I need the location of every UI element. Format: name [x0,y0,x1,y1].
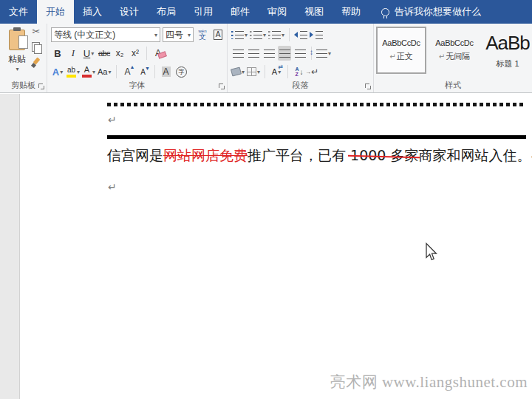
watermark: 亮术网 www.liangshunet.com [330,372,528,392]
copy-icon[interactable] [32,42,41,52]
borders-icon [247,67,256,76]
borders-button[interactable]: ▾ [247,64,260,79]
grow-font-button[interactable]: A [121,64,134,79]
dropdown-icon: ▾ [77,69,80,75]
show-marks-button[interactable]: ↵ [308,64,321,79]
style-normal[interactable]: AaBbCcDc ↵正文 [376,27,426,74]
underline-button[interactable]: U ▾ [82,46,95,61]
tab-review[interactable]: 审阅 [259,0,296,24]
text-normal: 推广平台，已有 [248,147,350,163]
dropdown-icon: ▾ [282,32,284,38]
ribbon: 粘贴 ▾ ✂ 剪贴板 等线 (中文正文) ▾ 四号 ▾ wén 文 [0,24,532,93]
character-shading-button[interactable]: A [160,64,173,79]
dropdown-icon: ▾ [92,69,95,75]
line-spacing-icon [316,50,327,58]
paragraph-mark: ↵ [108,181,117,193]
numbering-icon [250,31,262,39]
text-red-strikethrough: 网站网店免费 [163,147,248,163]
justify-icon [279,50,290,58]
dropdown-icon: ▾ [263,32,266,38]
highlight-icon: ab [66,66,76,78]
text-highlight-button[interactable]: ab ▾ [66,64,80,79]
pilcrow-icon: ↵ [389,52,395,61]
font-dialog-launcher[interactable] [219,83,225,90]
styles-group-label: 样式 [374,80,532,92]
numbering-button[interactable]: ▾ [250,27,266,42]
paste-label: 粘贴 [8,53,26,66]
dropdown-icon: ▾ [16,66,18,72]
font-color-button[interactable]: A ▾ [82,64,95,79]
bullets-button[interactable]: ▾ [231,27,248,42]
cut-icon[interactable]: ✂ [33,27,41,37]
phonetic-guide-button[interactable]: wén 文 [196,27,209,42]
bold-button[interactable]: B [51,46,64,61]
tab-design[interactable]: 设计 [111,0,148,24]
font-size-combo[interactable]: 四号 ▾ [163,27,194,42]
distribute-button[interactable] [293,46,307,61]
multilevel-list-button[interactable]: ▾ [268,27,284,42]
pilcrow-icon: ↵ [439,52,445,61]
shading-button[interactable]: ▾ [231,64,245,79]
align-center-button[interactable] [247,46,260,61]
document-area[interactable]: ↵ 信宫网是网站网店免费推广平台，已有 1000 多家商家和网站入住。↵ ↵ 亮… [0,94,532,399]
bullets-icon [231,31,244,39]
sort-icon: A Z [296,66,299,77]
format-painter-icon[interactable] [31,58,41,68]
line-spacing-button[interactable]: ▾ [316,46,331,61]
tab-file[interactable]: 文件 [0,0,37,24]
align-left-button[interactable] [231,46,245,61]
change-case-button[interactable]: Aa ▾ [98,64,111,79]
sort-button[interactable]: A Z ↓ [293,64,306,79]
character-border-button[interactable]: A [211,27,225,42]
align-center-icon [248,50,259,58]
tab-insert[interactable]: 插入 [74,0,111,24]
justify-button[interactable] [278,46,291,61]
mouse-cursor [423,242,437,265]
dropdown-icon: ▾ [91,50,94,57]
tab-home[interactable]: 开始 [37,0,74,24]
tab-view[interactable]: 视图 [296,0,332,24]
dropdown-icon: ▾ [154,32,157,38]
tab-references[interactable]: 引用 [185,0,222,24]
italic-button[interactable]: I [66,46,80,61]
clipboard-dialog-launcher[interactable] [38,83,45,90]
font-name-combo[interactable]: 等线 (中文正文) ▾ [51,27,160,42]
style-no-spacing[interactable]: AaBbCcDc ↵无间隔 [429,27,480,74]
clear-formatting-button[interactable]: A [151,46,165,61]
asian-layout-button[interactable]: A ▾ [270,64,283,79]
phonetic-guide-icon: wén 文 [198,29,206,41]
strikethrough-button[interactable]: abc [98,46,111,61]
tell-me-label: 告诉我你想要做什么 [395,5,481,18]
paragraph-group: ▾ ▾ ▾ ▾ [228,24,374,92]
decrease-indent-button[interactable] [294,27,307,42]
paragraph-dialog-launcher[interactable] [365,83,372,90]
subscript-button[interactable]: x₂ [113,46,126,61]
shrink-font-button[interactable]: A [137,64,150,79]
text-redline-strikethrough: 1000 多家 [350,147,418,163]
text-effects-button[interactable]: A ▾ [51,64,64,79]
superscript-button[interactable]: x² [129,46,142,61]
enclose-characters-button[interactable]: 字 [175,64,188,79]
dropdown-icon: ▾ [257,69,260,75]
dropdown-icon: ▾ [242,69,245,75]
distribute-icon [295,50,306,58]
decrease-indent-icon [294,31,307,39]
tell-me-box[interactable]: 告诉我你想要做什么 [381,0,481,24]
paste-button[interactable]: 粘贴 ▾ [4,27,30,81]
left-margin-strip [0,94,20,399]
document-paragraph[interactable]: 信宫网是网站网店免费推广平台，已有 1000 多家商家和网站入住。↵ [107,146,532,166]
increase-indent-icon [310,31,323,39]
asian-layout-icon: A [272,67,277,76]
align-right-button[interactable] [262,46,276,61]
tab-help[interactable]: 帮助 [332,0,369,24]
multilevel-list-icon [268,31,281,39]
style-heading1[interactable]: AaBb 标题 1 [482,27,532,74]
font-group: 等线 (中文正文) ▾ 四号 ▾ wén 文 A B I U ▾ [47,24,228,92]
increase-indent-button[interactable] [310,27,323,42]
font-size-value: 四号 [166,29,183,41]
dropdown-icon: ▾ [109,69,112,75]
dropdown-icon: ▾ [188,32,191,38]
tab-layout[interactable]: 布局 [148,0,185,24]
paste-icon [9,30,25,50]
tab-mailings[interactable]: 邮件 [222,0,259,24]
